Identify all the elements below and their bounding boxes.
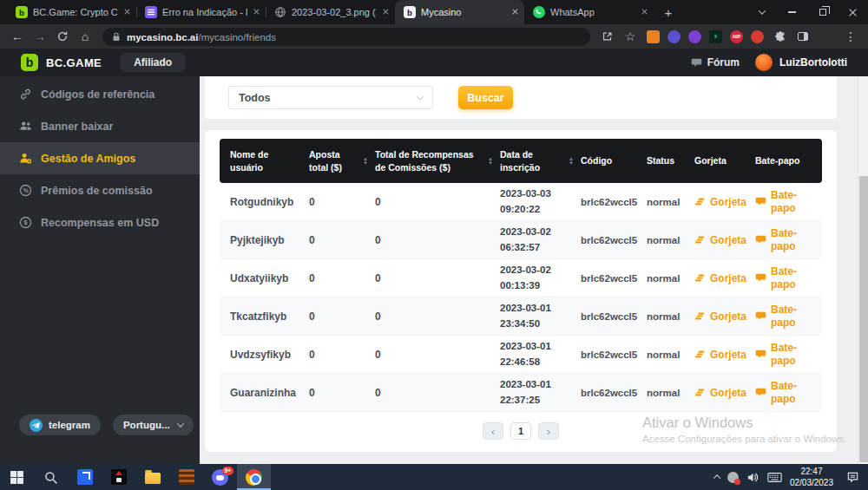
language-selector[interactable]: Portugu... [113,415,194,435]
tab-close-icon[interactable] [123,7,131,17]
tab-search-chevron-icon[interactable] [746,0,777,24]
friends-icon [19,152,32,165]
taskbar-start[interactable] [0,464,34,490]
cell-code: brlc62wccl5 [574,197,640,207]
svg-text:$: $ [23,219,28,226]
url-domain: mycasino.bc.ai [127,32,198,42]
tip-button[interactable]: Gorjeta [694,196,746,208]
sidebar-item-banner[interactable]: Banner baixar [0,110,200,142]
browser-tab[interactable]: bMycasino [395,0,524,24]
tip-button[interactable]: Gorjeta [694,310,746,323]
browser-tab[interactable]: bBC.Game: Crypto Casino Gan [7,0,136,24]
phantom-icon[interactable] [667,30,681,43]
tip-button[interactable]: Gorjeta [694,272,746,284]
column-header[interactable]: Total de Recompensas de Comissões ($)▲▼ [368,148,493,173]
username[interactable]: LuizBortolotti [779,56,847,69]
table-row: Rotgudnikyb002023-03-0309:20:22brlc62wcc… [220,183,822,221]
pagination: ‹ 1 › [220,422,822,440]
volume-icon[interactable] [746,471,760,484]
browser-menu-icon[interactable]: ⋮ [840,26,861,47]
taskbar-chrome[interactable] [237,464,271,490]
tray-status-icon[interactable] [727,472,739,483]
cell-username: Udxatyiikyb [220,272,302,284]
blocker-hand-icon[interactable] [751,30,764,43]
tip-button[interactable]: Gorjeta [694,387,746,399]
taskbar-clock[interactable]: 22:47 02/03/2023 [790,466,833,488]
tip-label: Gorjeta [710,272,746,284]
taskbar-file-explorer[interactable] [135,464,169,490]
cell-chat: Bate-papo [748,189,822,215]
chat-button[interactable]: Bate-papo [755,304,807,330]
sidebar-item-dollar[interactable]: $Recompensas em USD [0,206,200,238]
new-tab-button[interactable]: + [657,2,680,23]
brand-name[interactable]: BC.GAME [46,56,102,69]
taskbar-discord[interactable]: 9+ [203,464,237,490]
tab-close-icon[interactable] [511,7,519,17]
forward-button[interactable]: → [30,26,50,47]
keyboard-icon[interactable] [767,473,782,482]
window-close-button[interactable] [838,0,868,24]
column-header-label: Aposta total ($) [309,148,357,173]
taskbar-search[interactable] [34,464,68,490]
tab-close-icon[interactable] [382,7,390,17]
window-restore-button[interactable] [807,0,838,24]
address-bar[interactable]: mycasino.bc.ai/mycasino/friends [102,28,590,46]
pagination-page-1[interactable]: 1 [510,422,531,440]
chat-button[interactable]: Bate-papo [755,265,807,291]
chat-button[interactable]: Bate-papo [755,189,807,215]
share-icon[interactable] [597,26,618,47]
browser-tab[interactable]: Erro na Indicação - BC.Game [136,0,266,24]
column-header[interactable]: Aposta total ($)▲▼ [302,148,368,173]
reload-button[interactable] [52,26,73,47]
cell-signup-date: 2023-03-0200:13:39 [493,263,574,293]
bookmark-star-icon[interactable]: ☆ [620,26,641,47]
chat-button[interactable]: Bate-papo [755,342,807,368]
browser-profile-avatar[interactable] [819,29,835,45]
user-avatar[interactable] [755,54,773,71]
affiliate-nav-button[interactable]: Afiliado [121,53,185,72]
back-button[interactable]: ← [7,26,28,47]
hidden-icons-chevron[interactable] [714,474,720,480]
tab-close-icon[interactable] [253,7,260,17]
cell-bet-total: 0 [302,196,368,208]
notification-center-icon[interactable] [846,471,859,484]
page-scrollbar[interactable] [858,76,868,464]
search-button[interactable]: Buscar [458,86,513,109]
coins-icon [694,196,706,207]
side-panel-icon[interactable] [792,26,813,47]
home-button[interactable]: ⌂ [75,26,95,47]
forum-link[interactable]: Fórum [691,56,740,69]
extensions-puzzle-icon[interactable] [770,26,791,47]
column-header[interactable]: Data de inscrição▲▼ [493,148,574,173]
coins-icon [694,387,706,398]
wallet-icon[interactable] [688,30,701,43]
tip-button[interactable]: Gorjeta [694,234,746,246]
taskbar-amd-software[interactable] [68,464,102,490]
stream-x-icon[interactable]: X [709,30,722,43]
pagination-next-button[interactable]: › [538,422,559,440]
adblock-plus-icon[interactable]: ABP [730,30,743,43]
tip-button[interactable]: Gorjeta [694,349,746,361]
clock-date: 02/03/2023 [790,477,833,488]
sidebar-item-friends[interactable]: Gestão de Amigos [0,142,200,174]
scrollbar-thumb[interactable] [859,176,868,462]
chat-button[interactable]: Bate-papo [755,380,807,406]
sidebar-item-link[interactable]: Códigos de referência [0,78,200,110]
lock-icon [112,32,121,42]
taskbar-mods-app[interactable] [169,464,203,490]
telegram-button[interactable]: telegram [19,415,101,435]
window-minimize-button[interactable] [777,0,807,24]
cell-username: Pyjktejikyb [220,234,302,246]
taskbar-game-launcher[interactable] [102,464,135,490]
status-filter-select[interactable]: Todos [228,86,433,109]
pagination-prev-button[interactable]: ‹ [483,422,503,440]
browser-tab[interactable]: 2023-03-02_3.png (1024×76 [266,0,395,24]
tab-close-icon[interactable] [641,7,648,17]
bcgame-logo[interactable]: b [21,54,38,71]
chat-button[interactable]: Bate-papo [755,227,807,253]
sidebar-item-percent[interactable]: %Prêmios de comissão [0,174,200,206]
metamask-icon[interactable] [647,30,660,43]
browser-tab[interactable]: WhatsApp [524,0,654,24]
cell-rewards-total: 0 [368,387,493,399]
column-header: Bate-papo [748,154,822,167]
